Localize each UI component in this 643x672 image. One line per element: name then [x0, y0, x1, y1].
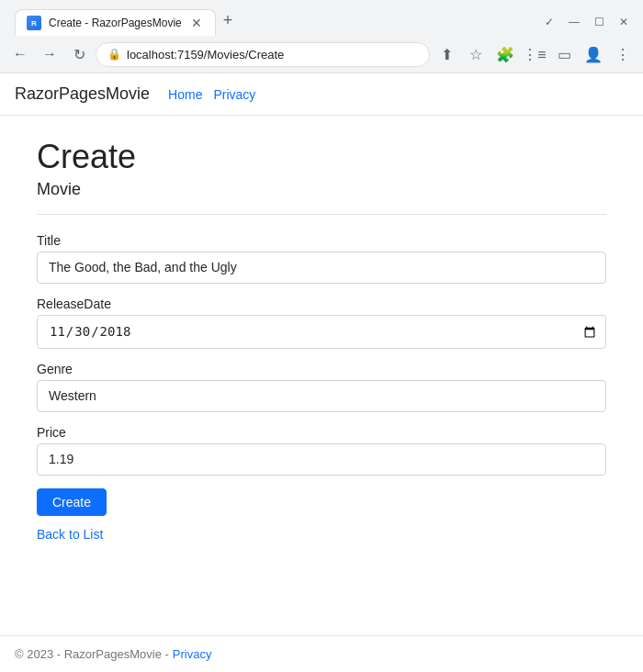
url-text: localhost:7159/Movies/Create — [127, 48, 418, 62]
active-tab[interactable]: R Create - RazorPagesMovie ✕ — [15, 9, 216, 36]
page-content: RazorPagesMovie Home Privacy Create Movi… — [0, 73, 643, 672]
price-label: Price — [37, 425, 606, 440]
release-date-label: ReleaseDate — [37, 297, 606, 311]
profile-icon[interactable]: 👤 — [581, 41, 606, 67]
back-button[interactable]: ← — [7, 41, 33, 67]
tab-close-button[interactable]: ✕ — [189, 16, 204, 30]
back-to-list-link[interactable]: Back to List — [37, 527, 606, 542]
release-date-input[interactable] — [37, 315, 606, 349]
tab-title: Create - RazorPagesMovie — [49, 17, 182, 29]
toolbar-icons: ⬆ ☆ 🧩 ⋮≡ ▭ 👤 ⋮ — [434, 41, 636, 67]
page-heading: Create — [37, 138, 606, 176]
window-maximize-icon[interactable]: ☐ — [594, 16, 604, 28]
new-tab-button[interactable]: + — [216, 7, 241, 34]
address-bar: ← → ↻ 🔒 localhost:7159/Movies/Create ⬆ ☆… — [0, 36, 643, 73]
site-brand[interactable]: RazorPagesMovie — [15, 84, 150, 104]
create-movie-form: Title ReleaseDate Genre Price Create — [37, 233, 606, 527]
window-controls: ✓ — ☐ ✕ — [545, 16, 636, 28]
price-input[interactable] — [37, 443, 606, 476]
nav-links: Home Privacy — [168, 87, 255, 102]
title-label: Title — [37, 233, 606, 248]
window-minimize-icon[interactable]: — — [569, 16, 580, 28]
main-content: Create Movie Title ReleaseDate Genre Pri… — [0, 116, 643, 635]
lock-icon: 🔒 — [107, 48, 121, 61]
genre-label: Genre — [37, 362, 606, 376]
site-footer: © 2023 - RazorPagesMovie - Privacy — [0, 635, 643, 672]
title-bar: R Create - RazorPagesMovie ✕ + ✓ — ☐ ✕ — [0, 0, 643, 36]
bookmark-icon[interactable]: ☆ — [463, 41, 489, 67]
price-group: Price — [37, 425, 606, 476]
sidebar-icon[interactable]: ▭ — [551, 41, 577, 67]
title-group: Title — [37, 233, 606, 284]
tab-favicon: R — [27, 16, 41, 30]
footer-copyright: © 2023 - RazorPagesMovie - — [15, 647, 169, 661]
site-nav: RazorPagesMovie Home Privacy — [0, 73, 643, 116]
genre-input[interactable] — [37, 380, 606, 412]
create-button[interactable]: Create — [37, 488, 107, 516]
browser-chrome: R Create - RazorPagesMovie ✕ + ✓ — ☐ ✕ ←… — [0, 0, 643, 73]
nav-link-home[interactable]: Home — [168, 87, 202, 102]
release-date-group: ReleaseDate — [37, 297, 606, 349]
tab-bar: R Create - RazorPagesMovie ✕ + — [7, 7, 247, 36]
divider — [37, 214, 606, 215]
window-close-icon[interactable]: ✕ — [619, 16, 628, 28]
extension-icon[interactable]: 🧩 — [492, 41, 518, 67]
menu-icon[interactable]: ⋮ — [610, 41, 636, 67]
reload-button[interactable]: ↻ — [66, 41, 92, 67]
queue-icon[interactable]: ⋮≡ — [522, 41, 547, 67]
footer-privacy-link[interactable]: Privacy — [173, 647, 212, 661]
title-input[interactable] — [37, 252, 606, 284]
genre-group: Genre — [37, 362, 606, 412]
forward-button[interactable]: → — [37, 41, 62, 67]
window-check-icon: ✓ — [545, 16, 554, 28]
share-icon[interactable]: ⬆ — [434, 41, 459, 67]
nav-link-privacy[interactable]: Privacy — [213, 87, 255, 102]
page-subheading: Movie — [37, 180, 606, 199]
url-bar[interactable]: 🔒 localhost:7159/Movies/Create — [96, 42, 430, 67]
